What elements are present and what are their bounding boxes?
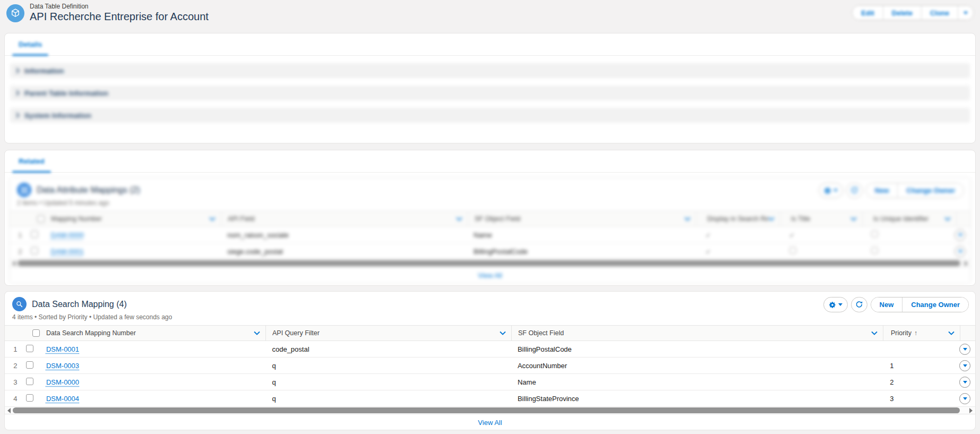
column-header-data-search-mapping-number[interactable]: Data Search Mapping Number [46,329,136,337]
chevron-down-icon [500,331,506,335]
grid-icon [21,186,28,194]
row-checkbox[interactable] [31,247,38,254]
scroll-right-arrow[interactable] [969,408,973,413]
list-title[interactable]: Data Attribute Mappings (2) [37,185,140,195]
section-label: Parent Table Information [24,89,108,97]
section-information[interactable]: Information [10,63,970,78]
row-action-button[interactable] [959,344,970,355]
scrollbar-track[interactable] [13,407,967,413]
chevron-down-icon [768,217,775,221]
sf-object-field-value: BillingPostalCode [511,345,882,353]
row-action-button[interactable] [955,229,966,241]
column-menu-button[interactable] [768,217,775,221]
row-checkbox[interactable] [26,394,33,402]
row-checkbox[interactable] [31,231,38,238]
details-tabbar: Details [5,33,975,56]
row-action-button[interactable] [959,360,970,371]
change-owner-button[interactable]: Change Owner [897,183,964,198]
display-in-search-results-checkbox [706,248,711,256]
column-menu-button[interactable] [871,331,878,335]
sort-ascending-icon: ↑ [914,329,917,337]
scrollbar-thumb[interactable] [13,407,960,413]
refresh-icon [855,301,863,309]
tab-details[interactable]: Details [12,33,48,55]
column-header-api-field[interactable]: API Field [228,215,255,223]
more-actions-button[interactable] [958,6,973,20]
chevron-down-icon [963,397,967,400]
section-system-information[interactable]: System Information [10,108,970,123]
column-menu-button[interactable] [850,217,857,221]
cube-icon [10,8,21,19]
view-all-link[interactable]: View All [478,419,502,427]
select-all-checkbox[interactable] [32,329,40,337]
column-menu-button[interactable] [944,217,951,221]
record-link[interactable]: DSM-0001 [46,345,79,353]
change-owner-button[interactable]: Change Owner [902,297,968,312]
row-action-button[interactable] [959,393,970,404]
scrollbar-track[interactable] [18,260,962,266]
section-parent-table-information[interactable]: Parent Table Information [10,86,970,100]
chevron-down-icon [833,189,838,192]
record-link[interactable]: DSM-0004 [46,395,79,403]
new-button[interactable]: New [866,183,898,198]
list-refresh-button[interactable] [846,183,863,198]
data-attribute-mappings-icon [17,183,31,197]
clone-button[interactable]: Clone [922,6,958,20]
column-header-display-in-search-results[interactable]: Display in Search Results [707,215,768,223]
new-button[interactable]: New [871,297,902,312]
select-all-checkbox[interactable] [37,215,45,223]
edit-button[interactable]: Edit [853,6,883,20]
chevron-down-icon [963,364,967,367]
sf-object-field-value: AccountNumber [511,362,882,370]
related-tabbar: Related [5,150,975,173]
priority-value: 3 [882,395,959,403]
record-link[interactable]: DAM-0001 [51,248,84,256]
row-number: 1 [5,345,26,353]
details-sections: Information Parent Table Information Sys… [5,56,975,123]
scrollbar-thumb[interactable] [18,260,960,266]
chevron-down-icon [958,234,962,236]
delete-button[interactable]: Delete [883,6,922,20]
gear-icon [829,301,836,309]
column-header-is-unique-identifier[interactable]: Is Unique Identifier [873,215,929,223]
column-menu-button[interactable] [684,217,691,221]
sf-object-field-value: BillingPostalCode [467,248,695,256]
data-table-definition-icon [6,4,24,22]
column-menu-button[interactable] [500,331,506,335]
scroll-left-arrow[interactable] [12,261,15,266]
row-checkbox[interactable] [26,378,33,385]
row-action-button[interactable] [959,377,970,388]
record-link[interactable]: DSM-0003 [46,362,79,370]
record-link[interactable]: DAM-0000 [51,231,84,239]
sf-object-field-value: Name [511,378,882,386]
row-checkbox[interactable] [26,345,33,352]
list-title[interactable]: Data Search Mapping (4) [32,300,127,309]
column-header-priority[interactable]: Priority [891,329,912,337]
row-number: 3 [5,378,26,386]
column-header-sf-object-field[interactable]: SF Object Field [518,329,564,337]
scroll-left-arrow[interactable] [7,408,11,413]
list-settings-button[interactable] [823,297,848,312]
view-all-link[interactable]: View All [478,271,502,279]
tab-related[interactable]: Related [12,150,51,172]
list-refresh-button[interactable] [851,297,867,312]
chevron-down-icon [944,217,951,221]
column-menu-button[interactable] [948,331,955,335]
list-button-group: New Change Owner [866,183,964,198]
record-page-header: Data Table Definition API Recherche Entr… [0,0,980,27]
column-header-mapping-number[interactable]: Mapping Number [51,215,102,223]
record-link[interactable]: DSM-0000 [46,378,79,386]
row-action-button[interactable] [955,246,966,257]
api-query-filter-value: q [265,395,511,403]
column-menu-button[interactable] [456,217,462,221]
column-header-api-query-filter[interactable]: API Query Filter [272,329,320,337]
list-settings-button[interactable] [819,183,843,198]
column-header-sf-object-field[interactable]: SF Object Field [475,215,520,223]
column-menu-button[interactable] [254,331,260,335]
list-meta: 4 items • Sorted by Priority • Updated a… [5,312,975,325]
column-menu-button[interactable] [209,217,216,221]
scroll-right-arrow[interactable] [965,261,968,266]
column-header-is-title[interactable]: Is Title [791,215,810,223]
row-checkbox[interactable] [26,361,33,369]
chevron-down-icon [871,331,878,335]
